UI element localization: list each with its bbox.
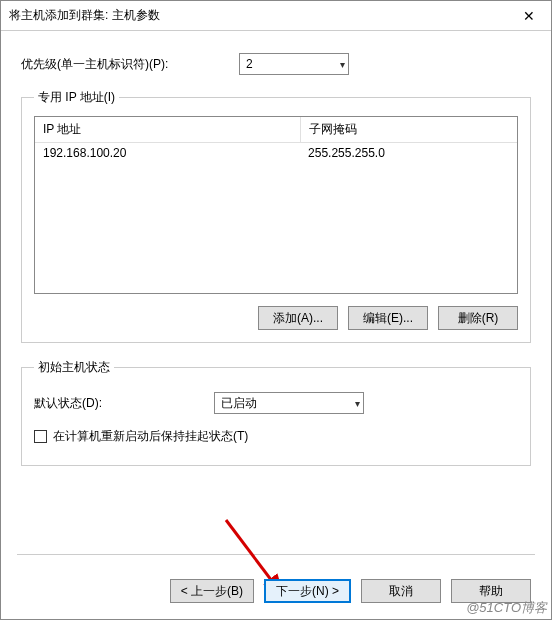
remove-button[interactable]: 删除(R) [438,306,518,330]
ip-address-group: 专用 IP 地址(I) IP 地址 子网掩码 192.168.100.20 25… [21,89,531,343]
dialog-content: 优先级(单一主机标识符)(P): 2 ▾ 专用 IP 地址(I) IP 地址 子… [1,31,551,565]
next-button[interactable]: 下一步(N) > [264,579,351,603]
ip-table-wrap[interactable]: IP 地址 子网掩码 192.168.100.20 255.255.255.0 [34,116,518,294]
default-state-row: 默认状态(D): 已启动 ▾ [34,392,518,414]
retain-suspend-row[interactable]: 在计算机重新启动后保持挂起状态(T) [34,428,518,445]
add-button[interactable]: 添加(A)... [258,306,338,330]
chevron-down-icon: ▾ [340,59,345,70]
ip-table: IP 地址 子网掩码 192.168.100.20 255.255.255.0 [35,117,517,163]
default-state-label: 默认状态(D): [34,395,214,412]
ip-button-row: 添加(A)... 编辑(E)... 删除(R) [34,306,518,330]
retain-checkbox[interactable] [34,430,47,443]
col-ip-header[interactable]: IP 地址 [35,117,300,143]
priority-select[interactable]: 2 ▾ [239,53,349,75]
priority-label: 优先级(单一主机标识符)(P): [21,56,239,73]
priority-value: 2 [246,57,253,71]
priority-row: 优先级(单一主机标识符)(P): 2 ▾ [21,53,531,75]
initial-state-group: 初始主机状态 默认状态(D): 已启动 ▾ 在计算机重新启动后保持挂起状态(T) [21,359,531,466]
col-mask-header[interactable]: 子网掩码 [300,117,517,143]
edit-button[interactable]: 编辑(E)... [348,306,428,330]
cancel-button[interactable]: 取消 [361,579,441,603]
title-bar: 将主机添加到群集: 主机参数 ✕ [1,1,551,31]
close-icon: ✕ [523,8,535,24]
window-title: 将主机添加到群集: 主机参数 [9,7,160,24]
chevron-down-icon: ▾ [355,398,360,409]
default-state-value: 已启动 [221,395,257,412]
back-button[interactable]: < 上一步(B) [170,579,254,603]
ip-group-legend: 专用 IP 地址(I) [34,89,119,106]
dialog-window: 将主机添加到群集: 主机参数 ✕ 优先级(单一主机标识符)(P): 2 ▾ 专用… [0,0,552,620]
retain-label: 在计算机重新启动后保持挂起状态(T) [53,428,248,445]
cell-mask: 255.255.255.0 [300,143,517,164]
dialog-footer: < 上一步(B) 下一步(N) > 取消 帮助 [1,565,551,619]
close-button[interactable]: ✕ [507,1,551,31]
table-row[interactable]: 192.168.100.20 255.255.255.0 [35,143,517,164]
default-state-select[interactable]: 已启动 ▾ [214,392,364,414]
help-button[interactable]: 帮助 [451,579,531,603]
cell-ip: 192.168.100.20 [35,143,300,164]
state-group-legend: 初始主机状态 [34,359,114,376]
footer-divider [17,554,535,555]
